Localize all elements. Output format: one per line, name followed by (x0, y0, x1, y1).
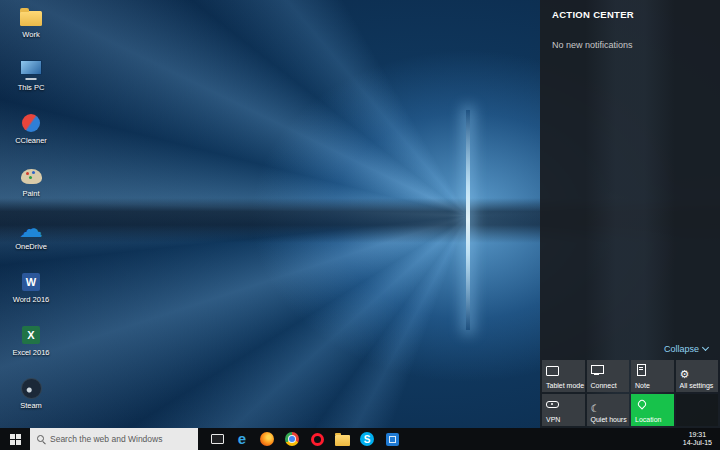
desktop-icon-ccleaner[interactable]: CCleaner (7, 111, 55, 145)
wallpaper-light-window (466, 110, 470, 330)
desktop-icon-label: Word 2016 (13, 296, 50, 304)
tile-note[interactable]: Note (631, 360, 674, 392)
windows-logo-icon (10, 434, 21, 445)
settings-gear-icon (680, 364, 693, 376)
taskbar-app-firefox[interactable] (259, 428, 275, 450)
taskbar-app-edge[interactable] (234, 428, 250, 450)
word-icon (18, 270, 44, 294)
clock-date: 14-Jul-15 (683, 439, 712, 447)
file-explorer-icon (335, 435, 350, 446)
desktop-icon-steam[interactable]: Steam (7, 376, 55, 410)
search-input[interactable] (50, 434, 192, 444)
action-center-title: ACTION CENTER (540, 0, 720, 20)
windows-desktop: Work This PC CCleaner Paint OneDrive Wor… (0, 0, 720, 450)
desktop-icon-work[interactable]: Work (7, 5, 55, 39)
quick-actions-grid: Tablet mode Connect Note All settings VP… (542, 360, 718, 426)
taskbar-app-store[interactable] (384, 428, 400, 450)
onedrive-cloud-icon (18, 217, 44, 241)
tile-tablet-mode[interactable]: Tablet mode (542, 360, 585, 392)
store-icon (386, 433, 399, 446)
collapse-label: Collapse (664, 344, 699, 354)
tile-all-settings[interactable]: All settings (676, 360, 719, 392)
quiet-hours-moon-icon (591, 398, 604, 410)
taskbar-app-opera[interactable] (309, 428, 325, 450)
edge-icon (238, 431, 246, 447)
desktop-icon-label: OneDrive (15, 243, 47, 251)
desktop-icon-label: CCleaner (15, 137, 47, 145)
desktop-icon-this-pc[interactable]: This PC (7, 58, 55, 92)
taskbar-clock[interactable]: 19:31 14-Jul-15 (683, 431, 712, 447)
desktop-icon-word[interactable]: Word 2016 (7, 270, 55, 304)
desktop-icon-label: Paint (22, 190, 39, 198)
note-icon (635, 364, 648, 376)
firefox-icon (260, 432, 274, 446)
taskbar: 19:31 14-Jul-15 (0, 428, 720, 450)
desktop-icon-label: Work (22, 31, 39, 39)
chevron-down-icon (702, 344, 709, 351)
connect-icon (591, 364, 604, 376)
notification-status: No new notifications (552, 40, 708, 50)
tile-location[interactable]: Location (631, 394, 674, 426)
steam-icon (18, 376, 44, 400)
taskbar-app-file-explorer[interactable] (334, 428, 350, 450)
tile-vpn[interactable]: VPN (542, 394, 585, 426)
action-center-panel: ACTION CENTER No new notifications Colla… (540, 0, 720, 428)
search-icon (36, 434, 46, 444)
chrome-icon (285, 432, 299, 446)
paint-icon (18, 164, 44, 188)
desktop-icon-excel[interactable]: Excel 2016 (7, 323, 55, 357)
excel-icon (18, 323, 44, 347)
tile-quiet-hours[interactable]: Quiet hours (587, 394, 630, 426)
system-tray: 19:31 14-Jul-15 (683, 431, 720, 447)
location-pin-icon (635, 398, 648, 410)
desktop-icon-paint[interactable]: Paint (7, 164, 55, 198)
taskbar-apps (234, 428, 400, 450)
desktop-icon-label: This PC (18, 84, 45, 92)
ccleaner-icon (18, 111, 44, 135)
tile-connect[interactable]: Connect (587, 360, 630, 392)
vpn-icon (546, 398, 559, 410)
desktop-icon-onedrive[interactable]: OneDrive (7, 217, 55, 251)
task-view-button[interactable] (208, 428, 226, 450)
folder-icon (18, 5, 44, 29)
desktop-icon-label: Steam (20, 402, 42, 410)
desktop-icon-column: Work This PC CCleaner Paint OneDrive Wor… (7, 5, 55, 410)
start-button[interactable] (0, 428, 30, 450)
tablet-mode-icon (546, 364, 559, 376)
collapse-link[interactable]: Collapse (664, 344, 708, 354)
clock-time: 19:31 (683, 431, 712, 439)
skype-icon (360, 432, 374, 446)
taskbar-app-skype[interactable] (359, 428, 375, 450)
task-view-icon (211, 434, 224, 444)
tile-empty (676, 394, 719, 426)
this-pc-icon (18, 58, 44, 82)
opera-icon (311, 433, 324, 446)
taskbar-search[interactable] (30, 428, 198, 450)
taskbar-app-chrome[interactable] (284, 428, 300, 450)
desktop-icon-label: Excel 2016 (12, 349, 49, 357)
